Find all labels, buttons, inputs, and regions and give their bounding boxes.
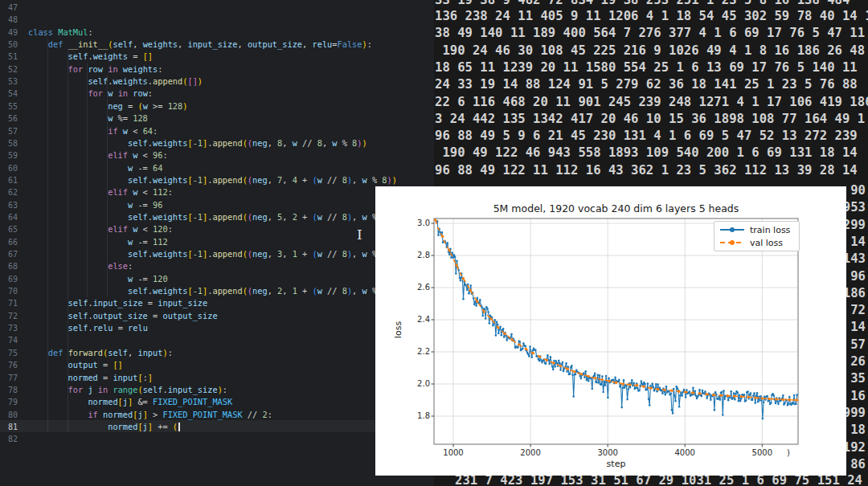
legend-entry-train: train loss: [720, 225, 799, 235]
code-line: self.weights = []: [28, 51, 153, 63]
code-line: output = []: [28, 359, 123, 371]
legend-label-val: val loss: [750, 238, 783, 248]
chart-legend: train loss val loss: [714, 221, 800, 251]
code-line: self.weights[-1].append((neg, 5, 2 + (w …: [28, 211, 397, 223]
line-number: 77: [0, 372, 18, 384]
terminal-line: 190 49 122 46 943 558 1893 109 540 200 1…: [435, 146, 858, 160]
line-number: 50: [0, 39, 18, 51]
line-number: 79: [0, 396, 18, 408]
plot-frame: [434, 218, 798, 444]
y-tick-label: 2.8: [406, 251, 430, 259]
line-number: 69: [0, 273, 18, 285]
code-line: self.input_size = input_size: [28, 297, 207, 309]
terminal-line-fragment: 57: [850, 338, 866, 352]
partial-x-tick-label: ): [787, 448, 803, 457]
terminal-line: 38 49 140 11 189 400 564 7 276 377 4 1 6…: [435, 27, 865, 40]
line-number: 58: [0, 137, 18, 149]
line-number: 49: [0, 27, 18, 39]
line-number: 52: [0, 63, 18, 76]
code-line: self.output_size = output_size: [28, 310, 218, 322]
line-number: 60: [0, 162, 18, 174]
terminal-line-fragment: 192: [843, 441, 866, 455]
y-tick-label: 3.0: [406, 218, 430, 227]
code-line: normed[j] += (: [28, 421, 180, 433]
line-number: 65: [0, 223, 18, 235]
x-tick-label: 4000: [667, 448, 702, 457]
line-number: 57: [0, 125, 18, 137]
code-line: self.weights[-1].append((neg, 8, w // 8,…: [28, 137, 367, 149]
y-tick-label: 1.8: [406, 411, 430, 420]
legend-label-train: train loss: [750, 225, 790, 235]
code-line: if normed[j] > FIXED_POINT_MASK // 2:: [28, 409, 272, 421]
line-number: 48: [0, 14, 18, 26]
line-number: 66: [0, 236, 18, 248]
code-line: self.relu = relu: [28, 322, 148, 334]
line-number: 55: [0, 100, 18, 112]
terminal-line: 24 33 19 14 88 124 91 5 279 62 36 18 141…: [435, 78, 858, 92]
terminal-line: 96 88 49 5 9 6 21 45 230 131 4 1 6 69 5 …: [435, 129, 858, 143]
figure-window[interactable]: 5M model, 1920 vocab 240 dim 6 layers 5 …: [375, 186, 846, 476]
val-loss-line-sample: [720, 242, 744, 243]
code-line: normed[j] &= FIXED_POINT_MASK: [28, 396, 232, 408]
line-number: 70: [0, 285, 18, 297]
code-line: normed = input[:]: [28, 372, 153, 384]
terminal-line-fragment: 18: [850, 423, 866, 437]
line-number: 82: [0, 433, 18, 445]
terminal-line-fragment: 299: [843, 218, 866, 232]
line-number: 47: [0, 2, 18, 14]
code-line: else:: [28, 260, 133, 272]
code-line: def __init__(self, weights, input_size, …: [28, 39, 372, 51]
code-line: self.weights[-1].append((neg, 3, 1 + (w …: [28, 248, 397, 260]
code-line: neg = (w >= 128): [28, 100, 187, 112]
terminal-line: 96 88 49 122 11 112 16 43 362 1 23 5 362…: [435, 164, 858, 178]
code-line: elif w < 112:: [28, 186, 173, 198]
code-line: self.weights.append([]): [28, 76, 203, 88]
legend-entry-val: val loss: [720, 238, 799, 248]
y-tick-label: 2.0: [406, 379, 430, 388]
line-number: 56: [0, 112, 18, 125]
x-tick-label: 2000: [513, 448, 548, 457]
line-number: 76: [0, 359, 18, 371]
terminal-line: 136 238 24 11 405 9 11 1206 4 1 18 54 45…: [435, 10, 868, 23]
line-number: 74: [0, 334, 18, 346]
text-cursor: [178, 423, 180, 431]
terminal-line: 22 6 116 468 20 11 901 245 239 248 1271 …: [435, 96, 868, 109]
code-line: w -= 112: [28, 236, 168, 248]
line-number: 54: [0, 88, 18, 100]
x-axis-label: step: [434, 459, 798, 469]
terminal-line: 3 24 442 135 1342 417 20 46 10 15 36 189…: [435, 112, 865, 126]
y-axis-label: loss: [393, 314, 403, 346]
x-tick-label: 5000: [744, 448, 780, 457]
line-number: 72: [0, 310, 18, 322]
code-line: for row in weights:: [28, 63, 162, 76]
terminal-line-partial: 33 19 38 9 482 72 834 19 38 253 251 1 23…: [435, 0, 850, 7]
code-line: w -= 120: [28, 273, 168, 285]
code-line: def forward(self, input):: [28, 347, 173, 359]
code-line: self.weights[-1].append((neg, 2, 1 + (w …: [28, 285, 397, 297]
line-number: 62: [0, 186, 18, 198]
terminal-line-fragment: 86: [850, 458, 866, 472]
grid-lines: [434, 218, 798, 444]
terminal-line-fragment: 143: [843, 252, 866, 266]
y-tick-label: 2.2: [406, 347, 430, 356]
line-number: 53: [0, 76, 18, 88]
line-number: 78: [0, 384, 18, 396]
x-tick-label: 1000: [436, 448, 471, 457]
terminal-line-fragment: 90: [850, 184, 866, 198]
terminal-line-fragment: 16: [850, 390, 866, 403]
screen: 4748495051525354555657585960616263646566…: [0, 0, 868, 486]
line-number: 68: [0, 260, 18, 272]
code-line: if w < 64:: [28, 125, 158, 137]
line-number: 51: [0, 51, 18, 63]
code-editor-pane[interactable]: 4748495051525354555657585960616263646566…: [0, 0, 434, 486]
line-number: 64: [0, 211, 18, 223]
code-line: elif w < 96:: [28, 149, 168, 161]
terminal-line: 18 65 11 1239 20 11 1580 554 25 1 6 13 6…: [435, 61, 858, 75]
terminal-line-fragment: 953: [843, 201, 866, 214]
chart-title: 5M model, 1920 vocab 240 dim 6 layers 5 …: [434, 202, 798, 214]
terminal-line: 190 24 46 30 108 45 225 216 9 1026 49 4 …: [435, 44, 865, 58]
line-number: 63: [0, 199, 18, 211]
code-line: w -= 96: [28, 199, 162, 211]
x-tick-label: 3000: [590, 448, 625, 457]
code-line: for w in row:: [28, 88, 153, 100]
